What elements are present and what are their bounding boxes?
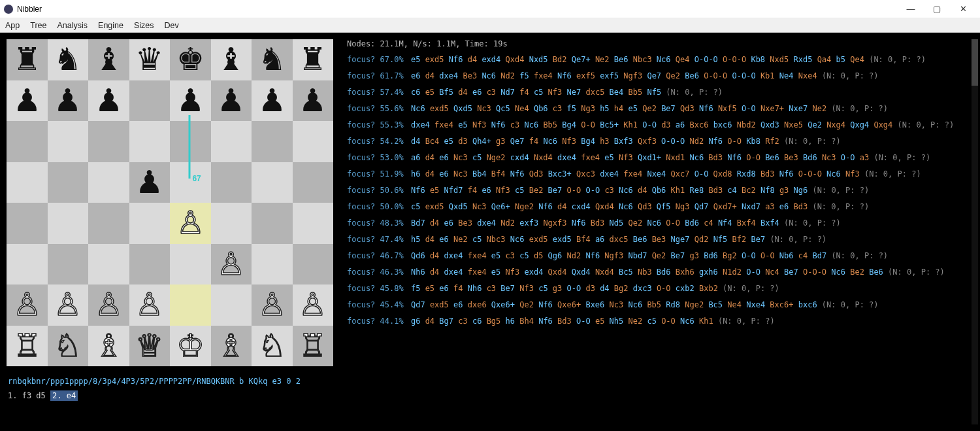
line-move[interactable]: a3	[860, 153, 869, 162]
line-move[interactable]: c3	[487, 284, 496, 293]
line-move[interactable]: Be3	[784, 153, 798, 162]
line-move[interactable]: Nc3	[477, 104, 491, 113]
line-move[interactable]: Bxe6	[585, 300, 604, 309]
line-move[interactable]: Rd8	[666, 300, 680, 309]
line-move[interactable]: h3	[600, 137, 609, 146]
piece-g7[interactable]: ♟	[258, 85, 286, 116]
line-move[interactable]: c4	[704, 218, 713, 228]
square-g2[interactable]: ♙	[252, 284, 293, 326]
analysis-line[interactable]: focus? 50.0% c5 exd5 Qxd5 Nc3 Qe6+ Nge2 …	[347, 201, 972, 213]
move-list[interactable]: 1. f3 d5 2. e4	[0, 390, 339, 402]
piece-b2[interactable]: ♙	[54, 289, 82, 320]
line-move[interactable]: O-O	[585, 186, 600, 195]
line-move[interactable]: d4	[430, 218, 439, 228]
line-move[interactable]: Bb5	[647, 300, 661, 309]
line-move[interactable]: Bc4	[425, 137, 440, 146]
line-move[interactable]: Nf6	[572, 218, 586, 228]
square-f3[interactable]: ♙	[211, 244, 252, 285]
line-move[interactable]: bxc6	[798, 300, 817, 309]
line-move[interactable]: Qd7	[694, 202, 709, 211]
line-move[interactable]: Bf4	[491, 169, 506, 179]
line-move[interactable]: e6	[472, 88, 482, 97]
line-move[interactable]: Kh1	[671, 186, 685, 195]
line-move[interactable]: g3	[553, 284, 562, 293]
line-move[interactable]: Qe2	[519, 300, 534, 309]
line-move[interactable]: cxd4	[572, 202, 591, 211]
minimize-button[interactable]: —	[898, 0, 924, 18]
line-move[interactable]: Qxe6+	[557, 300, 581, 309]
line-move[interactable]: Nf5	[713, 235, 728, 244]
analysis-line[interactable]: focus? 46.7% Qd6 d4 dxe4 fxe4 e5 c3 c5 d…	[347, 250, 972, 262]
analysis-line[interactable]: focus? 67.0% e5 exd5 Nf6 d4 exd4 Qxd4 Nx…	[347, 54, 972, 65]
line-move[interactable]: b5	[836, 55, 845, 64]
square-e8[interactable]: ♚	[170, 39, 211, 80]
piece-c1[interactable]: ♗	[95, 330, 123, 362]
piece-f1[interactable]: ♗	[217, 330, 245, 362]
line-label[interactable]: focus?	[347, 120, 375, 129]
line-move[interactable]: c5	[515, 186, 524, 195]
line-move[interactable]: Nxe5	[784, 120, 803, 129]
line-move[interactable]: fxe4	[623, 169, 642, 179]
line-move[interactable]: O-O-O	[704, 71, 727, 80]
line-move[interactable]: Qh4+	[472, 137, 491, 146]
line-move[interactable]: gxh6	[699, 267, 718, 277]
line-move[interactable]: c4	[798, 251, 808, 260]
line-move[interactable]: Nxe4	[647, 169, 666, 179]
line-move[interactable]: Nxd7	[742, 202, 760, 211]
square-c7[interactable]: ♟	[88, 80, 129, 122]
line-move[interactable]: Ngf3	[604, 251, 623, 260]
square-d7[interactable]	[129, 80, 171, 122]
line-move[interactable]: Nc3	[822, 153, 836, 162]
line-move[interactable]: c5	[647, 317, 656, 326]
line-move[interactable]: Qe7	[510, 137, 525, 146]
line-move[interactable]: Nd2	[567, 251, 581, 260]
analysis-line[interactable]: focus? 61.7% e6 d4 dxe4 Be3 Nc6 Nd2 f5 f…	[347, 70, 972, 82]
line-move[interactable]: Be3	[652, 235, 666, 244]
line-move[interactable]: e5	[425, 88, 434, 97]
line-move[interactable]: e5	[604, 153, 613, 162]
line-move[interactable]: Nf6	[779, 169, 794, 179]
line-move[interactable]: Bg4	[562, 120, 576, 129]
line-move[interactable]: Ng3	[581, 104, 595, 113]
line-move[interactable]: dxe4	[444, 267, 463, 277]
line-move[interactable]: O-O	[742, 104, 756, 113]
line-label[interactable]: focus?	[347, 251, 375, 260]
line-move[interactable]: c3	[553, 104, 562, 113]
line-move[interactable]: Nbc3	[633, 55, 652, 64]
line-move[interactable]: Nc3	[453, 169, 468, 179]
line-move[interactable]: Nf3	[619, 153, 633, 162]
line-move[interactable]: Bd6	[685, 218, 699, 228]
line-move[interactable]: Bd7	[812, 251, 826, 260]
line-move[interactable]: e5	[411, 55, 420, 64]
line-move[interactable]: c3	[506, 251, 515, 260]
line-label[interactable]: focus?	[347, 55, 375, 64]
square-h5[interactable]	[293, 162, 334, 203]
line-move[interactable]: Qxg4	[850, 120, 869, 129]
line-move[interactable]: d4	[600, 284, 609, 293]
piece-g8[interactable]: ♞	[258, 44, 286, 75]
line-move[interactable]: h6	[506, 317, 515, 326]
line-move[interactable]: c5	[411, 202, 420, 211]
square-c4[interactable]	[88, 203, 129, 244]
square-g4[interactable]	[252, 203, 293, 244]
line-move[interactable]: d4	[557, 202, 566, 211]
line-move[interactable]: O-O	[567, 284, 581, 293]
line-move[interactable]: c6	[411, 88, 420, 97]
square-d2[interactable]: ♙	[129, 284, 171, 326]
square-h7[interactable]: ♟	[293, 80, 334, 122]
line-move[interactable]: Nf6	[449, 55, 463, 64]
menu-tree[interactable]: Tree	[30, 21, 46, 30]
line-move[interactable]: Nh6	[468, 284, 482, 293]
line-move[interactable]: Qd6	[411, 251, 425, 260]
line-label[interactable]: focus?	[347, 235, 375, 244]
piece-f3[interactable]: ♙	[217, 249, 245, 280]
line-move[interactable]: Be2	[850, 267, 864, 277]
line-move[interactable]: Nge2	[685, 300, 704, 309]
line-move[interactable]: Qf5	[657, 202, 671, 211]
line-move[interactable]: Nc6	[647, 218, 661, 228]
piece-a8[interactable]: ♜	[13, 44, 41, 75]
line-move[interactable]: Bb5	[629, 88, 643, 97]
line-move[interactable]: Bg2	[723, 251, 737, 260]
line-label[interactable]: focus?	[347, 104, 375, 113]
line-move[interactable]: exd4	[482, 55, 500, 64]
